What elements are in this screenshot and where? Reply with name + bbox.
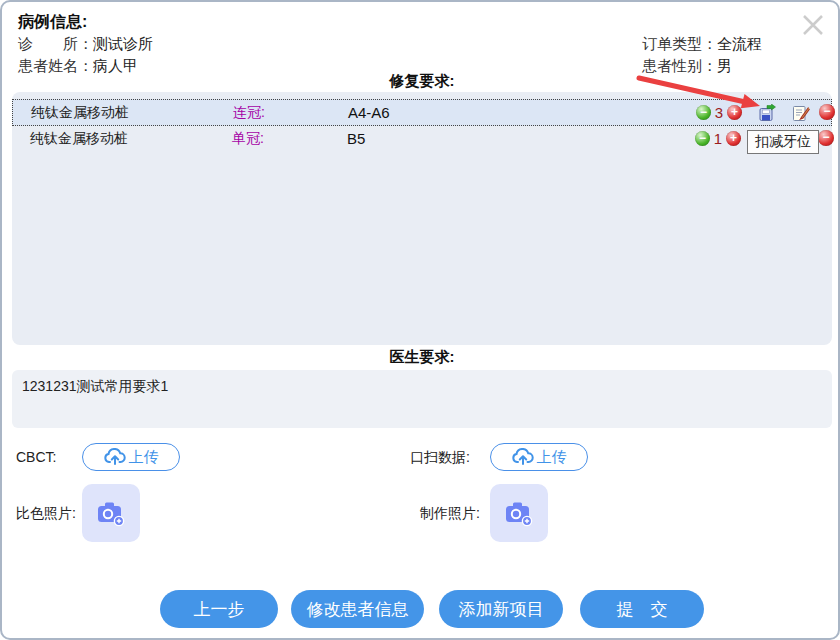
deduct-tooth-tooltip: 扣减牙位: [747, 130, 819, 154]
product-name: 纯钛金属移动桩: [31, 104, 129, 122]
order-type-label: 订单类型：: [642, 35, 717, 52]
product-name: 纯钛金属移动桩: [30, 130, 128, 148]
dialog-title: 病例信息:: [18, 12, 87, 33]
repair-requirements-panel: 纯钛金属移动桩 连冠: A4-A6 − 3 +: [12, 92, 832, 345]
tooth-count: 1: [711, 130, 725, 147]
crown-type-label: 连冠:: [233, 104, 265, 122]
doctor-requirements-text: 1231231测试常用要求1: [22, 378, 168, 394]
doctor-section-title: 医生要求:: [12, 348, 832, 367]
teeth-positions: A4-A6: [348, 104, 390, 121]
delete-item-button[interactable]: −: [819, 104, 835, 120]
scan-data-label: 口扫数据:: [410, 449, 470, 467]
decrease-count-button[interactable]: −: [696, 105, 711, 120]
decrease-count-button[interactable]: −: [695, 131, 710, 146]
edit-item-icon[interactable]: [792, 104, 810, 122]
upload-button-label: 上传: [537, 448, 567, 467]
deduct-tooth-icon[interactable]: [758, 104, 776, 122]
camera-plus-icon: [504, 499, 534, 527]
increase-count-button[interactable]: +: [727, 105, 742, 120]
cloud-upload-icon: [512, 448, 534, 466]
repair-row-1[interactable]: 纯钛金属移动桩 连冠: A4-A6 − 3 +: [12, 99, 832, 126]
order-type-value: 全流程: [717, 35, 762, 52]
case-info-dialog: 病例信息: 诊 所：测试诊所 患者姓名：病人甲 订单类型：全流程 患者性别：男 …: [0, 0, 840, 640]
shade-photo-upload-tile[interactable]: [82, 484, 140, 542]
tooth-count: 3: [712, 104, 726, 121]
clinic-row: 诊 所：测试诊所: [18, 35, 153, 54]
clinic-label: 诊 所：: [18, 35, 93, 52]
production-photo-label: 制作照片:: [420, 505, 480, 523]
crown-type-label: 单冠:: [232, 130, 264, 148]
submit-button[interactable]: 提 交: [580, 590, 704, 628]
cbct-label: CBCT:: [16, 449, 56, 465]
scan-upload-button[interactable]: 上传: [490, 443, 588, 471]
edit-patient-info-button[interactable]: 修改患者信息: [291, 590, 424, 628]
teeth-positions: B5: [347, 130, 365, 147]
camera-plus-icon: [96, 499, 126, 527]
shade-photo-label: 比色照片:: [16, 505, 76, 523]
previous-step-button[interactable]: 上一步: [160, 590, 278, 628]
order-type-row: 订单类型：全流程: [642, 35, 762, 54]
production-photo-upload-tile[interactable]: [490, 484, 548, 542]
repair-row-2[interactable]: 纯钛金属移动桩 单冠: B5 − 1 + −: [12, 126, 832, 153]
doctor-requirements-box[interactable]: 1231231测试常用要求1: [12, 370, 832, 428]
close-icon[interactable]: [800, 12, 826, 38]
cbct-upload-button[interactable]: 上传: [82, 443, 180, 471]
upload-button-label: 上传: [129, 448, 159, 467]
add-new-item-button[interactable]: 添加新项目: [439, 590, 563, 628]
cloud-upload-icon: [104, 448, 126, 466]
clinic-value: 测试诊所: [93, 35, 153, 52]
repair-section-title: 修复要求:: [12, 72, 832, 91]
delete-item-button[interactable]: −: [818, 130, 834, 146]
increase-count-button[interactable]: +: [726, 131, 741, 146]
